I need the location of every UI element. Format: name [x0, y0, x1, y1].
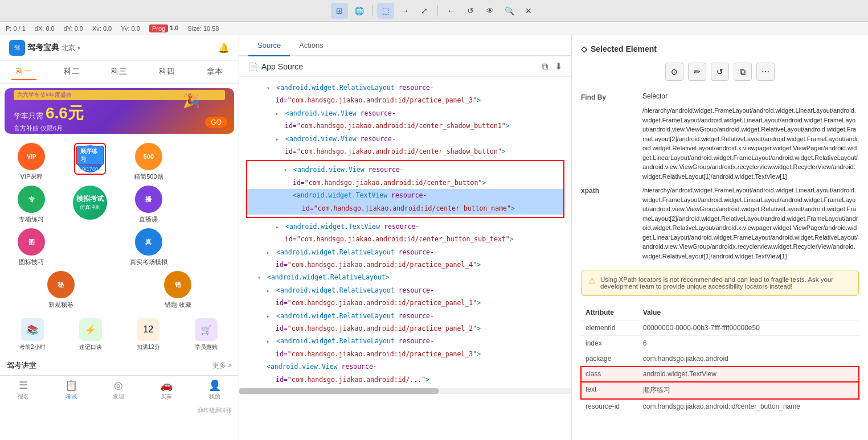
refresh-btn[interactable]: ↺: [462, 3, 479, 19]
nav-tab-ke3[interactable]: 科三: [107, 64, 132, 79]
sujikouji-label: 速记口诀: [79, 343, 102, 351]
source-title-text: App Source: [261, 62, 303, 71]
xml-line-10[interactable]: ▸ <android.widget.RelativeLayout resourc…: [239, 335, 571, 347]
grid-view-btn[interactable]: ⊞: [331, 3, 348, 19]
nav-tab-ke2[interactable]: 科二: [59, 64, 84, 79]
right-panel: ◇ Selected Element ⊙ ✏ ↺ ⧉ ⋯ Find By Sel…: [572, 35, 868, 440]
xml-line-11b[interactable]: id="com.handsgo.jiakao.android:id/...">: [239, 373, 571, 386]
action-edit-btn[interactable]: ✏: [688, 63, 706, 81]
nav-tab-ke1[interactable]: 科一: [11, 64, 36, 80]
bell-icon[interactable]: 🔔: [218, 43, 230, 54]
xml-line-8[interactable]: ▸ <android.widget.RelativeLayout resourc…: [239, 284, 571, 297]
attr-value-cell: com.handsgo.jiakao.android: [638, 351, 859, 367]
download-btn[interactable]: ⬇: [555, 61, 562, 72]
kouman12-label: 扣满12分: [137, 343, 160, 351]
nav-kaoshi[interactable]: 📋 考试: [65, 379, 77, 401]
item-kaoquan2[interactable]: 📚 考前2小时: [5, 318, 60, 351]
xml-line-9[interactable]: ▸ <android.widget.RelativeLayout resourc…: [239, 310, 571, 322]
prog-label: Prog: [149, 24, 168, 32]
icon-xinmijuan[interactable]: 秘 新规秘卷: [5, 271, 117, 309]
icon-zhenshikao[interactable]: 真 真实考场模拟: [122, 228, 176, 266]
xml-line-4b[interactable]: id="com.handsgo.jiakao.android:id/center…: [247, 176, 563, 189]
xml-line-selected[interactable]: <android.widget.TextView resource-: [247, 189, 563, 202]
xml-line-10b[interactable]: id="com.handsgo.jiakao.android:id/practi…: [239, 348, 571, 360]
tab-actions[interactable]: Actions: [290, 35, 333, 56]
col-attribute: Attribute: [581, 305, 638, 320]
xml-line-1b[interactable]: id="com.handsgo.jiakao.android:id/practi…: [239, 94, 571, 106]
table-row: classandroid.widget.TextView: [581, 367, 859, 382]
500-label: 精简500题: [134, 172, 163, 181]
eye-btn[interactable]: 👁: [481, 3, 498, 19]
h-scrollbar[interactable]: [239, 388, 571, 394]
xml-line-2b[interactable]: id="com.handsgo.jiakao.android:id/center…: [239, 120, 571, 132]
icon-tubiao[interactable]: 图 图标技巧: [5, 228, 59, 266]
banner-go-btn[interactable]: GO: [205, 117, 227, 128]
icon-shunxu[interactable]: 顺序练习 0/1760: [63, 143, 117, 175]
collapse-2[interactable]: ▸: [276, 110, 279, 117]
icon-cuoti[interactable]: 错 错题·收藏: [122, 271, 235, 309]
status-prog: Prog 1.0: [149, 24, 179, 32]
shunxu-text: 顺序练习: [76, 146, 104, 165]
nav-tab-naben[interactable]: 拿本: [202, 64, 227, 79]
nav-faxian[interactable]: ◎ 发现: [113, 379, 124, 401]
xml-line-selected-b[interactable]: id="com.handsgo.jiakao.android:id/center…: [247, 202, 563, 215]
status-yv: Yv: 0.0: [121, 25, 140, 32]
more-link[interactable]: 更多 >: [212, 361, 232, 371]
xml-line-6b[interactable]: id="com.handsgo.jiakao.android:id/practi…: [239, 258, 571, 271]
copy-btn[interactable]: ⧉: [542, 61, 548, 72]
city-dropdown-icon[interactable]: ▾: [77, 45, 80, 51]
table-row: index6: [581, 336, 859, 351]
nav-wode[interactable]: 👤 我的: [208, 379, 221, 401]
action-target-btn[interactable]: ⊙: [665, 63, 683, 81]
search-btn[interactable]: 🔍: [501, 3, 518, 19]
xml-line-9b[interactable]: id="com.handsgo.jiakao.android:id/practi…: [239, 322, 571, 335]
close-btn[interactable]: ✕: [520, 3, 537, 19]
collapse-3[interactable]: ▸: [276, 136, 279, 142]
xml-line-6[interactable]: ▸ <android.widget.RelativeLayout resourc…: [239, 246, 571, 258]
banner[interactable]: 六六学车节×年度盛典 学车只需 6.6元 官方补贴 仅限6月 GO 🎉: [5, 88, 234, 134]
icon-zhibo[interactable]: 播 直播课: [122, 186, 176, 224]
xml-line-7[interactable]: ▾ <android.widget.RelativeLayout>: [239, 271, 571, 283]
xml-line-3b[interactable]: id="com.handsgo.jiakao.android:id/center…: [239, 145, 571, 158]
collapse-1[interactable]: ▾: [267, 85, 270, 91]
xml-line-3[interactable]: ▸ <android.view.View resource-: [239, 133, 571, 145]
xml-line-4[interactable]: ▾ <android.view.View resource-: [247, 163, 563, 176]
globe-btn[interactable]: 🌐: [350, 3, 367, 19]
item-kouman12[interactable]: 12 扣满12分: [121, 318, 177, 351]
attr-name-cell: index: [581, 336, 638, 351]
watermark: @咋指原味张: [0, 404, 239, 417]
icon-moni[interactable]: 模拟考试 仿真冲刺: [63, 186, 117, 224]
nav-baoming[interactable]: ☰ 报名: [18, 379, 29, 401]
xml-line-8b[interactable]: id="com.handsgo.jiakao.android:id/practi…: [239, 297, 571, 309]
action-refresh-btn[interactable]: ↺: [711, 63, 729, 81]
xml-line-2[interactable]: ▸ <android.view.View resource-: [239, 107, 571, 120]
nav-tab-ke4[interactable]: 科四: [154, 64, 179, 79]
xml-line-5b[interactable]: id="com.handsgo.jiakao.android:id/center…: [239, 233, 571, 245]
xml-line-1[interactable]: ▾ <android.widget.RelativeLayout resourc…: [239, 81, 571, 94]
xml-tag-4: <android.view.View: [293, 166, 365, 174]
action-copy-btn[interactable]: ⧉: [734, 63, 752, 81]
xml-line-11[interactable]: <android.view.View resource-: [239, 360, 571, 373]
source-title: 📄 App Source: [248, 62, 303, 71]
arrow-btn[interactable]: →: [396, 3, 413, 19]
nav-maimai[interactable]: 🚗 买车: [160, 379, 173, 401]
cursor-btn[interactable]: ⬚: [377, 3, 394, 19]
zhenshikao-icon: 真: [135, 228, 162, 256]
kaoquan2-label: 考前2小时: [19, 343, 46, 351]
banner-subtitle: 官方补贴 仅限6月: [14, 124, 225, 133]
xml-line-5[interactable]: ▸ <android.widget.TextView resource-: [239, 220, 571, 233]
tab-source[interactable]: Source: [248, 35, 290, 56]
doc-icon: 📄: [248, 62, 258, 71]
back-btn[interactable]: ←: [443, 3, 460, 19]
zhuanxiang-label: 专项练习: [19, 215, 44, 224]
expand-btn[interactable]: ⤢: [416, 3, 433, 19]
icon-500[interactable]: 500 精简500题: [122, 143, 176, 181]
source-content[interactable]: ▾ <android.widget.RelativeLayout resourc…: [239, 77, 571, 440]
item-sujikouji[interactable]: ⚡ 速记口诀: [63, 318, 118, 351]
icon-zhuanxiang[interactable]: 专 专项练习: [5, 186, 59, 224]
action-more-btn[interactable]: ⋯: [756, 63, 775, 81]
collapse-4[interactable]: ▾: [284, 167, 287, 173]
item-xueyuanhui[interactable]: 🛒 学员惠购: [178, 318, 234, 351]
table-row: packagecom.handsgo.jiakao.android: [581, 351, 859, 367]
icon-vip[interactable]: VIP VIP课程: [5, 143, 59, 181]
